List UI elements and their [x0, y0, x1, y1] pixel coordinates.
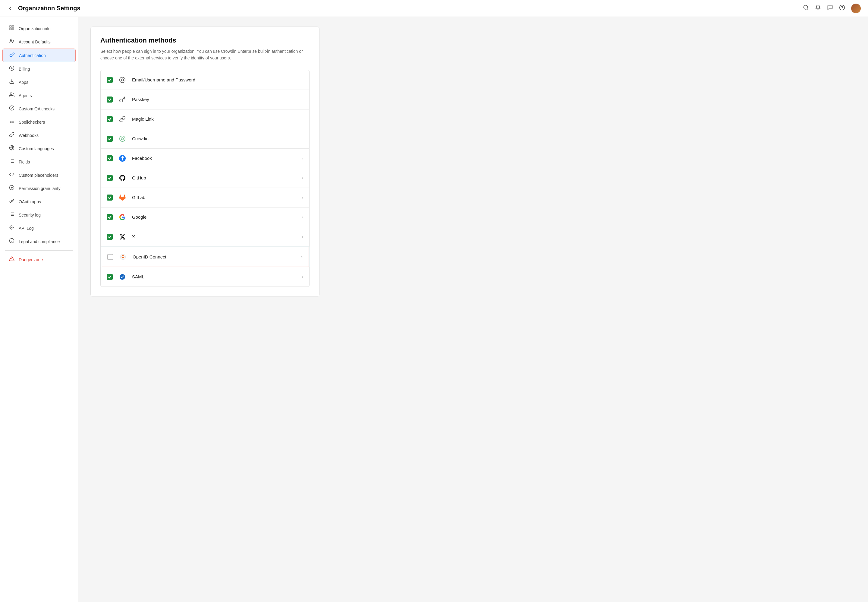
chevron-icon: ›	[301, 254, 303, 260]
svg-point-39	[121, 79, 123, 81]
sidebar-item-org-info[interactable]: Organization info	[2, 22, 76, 35]
svg-rect-7	[12, 28, 14, 30]
auth-checkbox-github[interactable]	[107, 175, 113, 181]
auth-checkbox-facebook[interactable]	[107, 155, 113, 161]
sidebar-item-label: Billing	[19, 67, 30, 72]
auth-checkbox-email-password[interactable]	[107, 77, 113, 83]
sidebar-item-custom-qa[interactable]: Custom QA checks	[2, 102, 76, 115]
google-icon	[118, 212, 127, 222]
auth-checkbox-gitlab[interactable]	[107, 195, 113, 201]
svg-point-26	[11, 200, 13, 202]
auth-row-crowdin[interactable]: Crowdin	[101, 129, 309, 149]
auth-method-name: GitHub	[132, 175, 297, 180]
sidebar-item-security-log[interactable]: Security log	[2, 209, 76, 221]
sidebar-item-label: Custom languages	[19, 146, 54, 151]
auth-checkbox-google[interactable]	[107, 214, 113, 220]
auth-methods-list: Email/Username and Password Passkey	[100, 70, 309, 287]
auth-row-google[interactable]: Google ›	[101, 207, 309, 227]
auth-method-name: Facebook	[132, 156, 297, 161]
auth-method-name: X	[132, 234, 297, 239]
sidebar-item-legal[interactable]: Legal and compliance	[2, 235, 76, 248]
webhooks-icon	[8, 132, 15, 139]
plus-circle-icon	[8, 185, 15, 192]
facebook-icon	[118, 154, 127, 163]
app-header: Organization Settings	[0, 0, 868, 17]
auth-row-email-password[interactable]: Email/Username and Password	[101, 70, 309, 90]
person-settings-icon	[8, 38, 15, 45]
sidebar-item-label: OAuth apps	[19, 200, 41, 204]
sidebar-item-oauth-apps[interactable]: OAuth apps	[2, 195, 76, 208]
openid-icon	[118, 252, 128, 262]
auth-checkbox-passkey[interactable]	[107, 97, 113, 103]
svg-rect-5	[12, 26, 14, 27]
auth-checkbox-openid[interactable]	[107, 254, 113, 260]
sidebar-item-permission-granularity[interactable]: Permission granularity	[2, 182, 76, 195]
auth-checkbox-crowdin[interactable]	[107, 136, 113, 142]
auth-row-github[interactable]: GitHub ›	[101, 168, 309, 188]
sidebar-item-label: Fields	[19, 160, 30, 164]
sidebar-item-billing[interactable]: Billing	[2, 63, 76, 75]
auth-row-passkey[interactable]: Passkey	[101, 90, 309, 109]
sidebar-item-authentication[interactable]: Authentication	[2, 49, 76, 62]
auth-checkbox-saml[interactable]	[107, 274, 113, 280]
auth-row-saml[interactable]: SAML ›	[101, 267, 309, 287]
page-title: Organization Settings	[18, 5, 803, 12]
code-icon	[8, 172, 15, 178]
card-description: Select how people can sign in to your or…	[100, 48, 309, 61]
auth-row-x[interactable]: X ›	[101, 227, 309, 247]
sidebar-item-label: Authentication	[19, 53, 46, 58]
header-actions	[803, 4, 861, 13]
auth-method-name: Email/Username and Password	[132, 77, 303, 82]
auth-method-name: GitLab	[132, 195, 297, 200]
chat-icon[interactable]	[827, 5, 833, 12]
chevron-icon: ›	[302, 215, 303, 220]
auth-row-magic-link[interactable]: Magic Link	[101, 109, 309, 129]
card-title: Authentication methods	[100, 37, 309, 45]
apps-icon	[8, 79, 15, 86]
search-icon[interactable]	[803, 5, 809, 12]
sidebar-item-label: Spellcheckers	[19, 120, 45, 124]
avatar[interactable]	[851, 4, 861, 13]
sidebar-item-danger-zone[interactable]: Danger zone	[2, 253, 76, 266]
key-icon	[9, 52, 15, 59]
sidebar-item-fields[interactable]: Fields	[2, 155, 76, 168]
github-icon	[118, 173, 127, 183]
warning-icon	[8, 256, 15, 263]
sidebar-item-label: Security log	[19, 213, 41, 218]
chevron-icon: ›	[302, 274, 303, 280]
svg-point-8	[10, 39, 12, 41]
sidebar-item-spellcheckers[interactable]: Spellcheckers	[2, 115, 76, 129]
globe-icon	[8, 145, 15, 152]
content-card: Authentication methods Select how people…	[90, 26, 320, 297]
chevron-icon: ›	[302, 234, 303, 240]
auth-checkbox-x[interactable]	[107, 234, 113, 240]
notifications-icon[interactable]	[815, 5, 821, 12]
chevron-icon: ›	[302, 175, 303, 181]
check-circle-icon	[8, 105, 15, 112]
gitlab-icon	[118, 193, 127, 203]
sidebar-item-account-defaults[interactable]: Account Defaults	[2, 35, 76, 48]
svg-rect-6	[10, 28, 11, 30]
auth-method-name: Google	[132, 215, 297, 220]
auth-row-facebook[interactable]: Facebook ›	[101, 149, 309, 168]
sidebar-item-label: Danger zone	[19, 257, 43, 262]
sidebar-item-webhooks[interactable]: Webhooks	[2, 129, 76, 142]
sidebar-item-apps[interactable]: Apps	[2, 76, 76, 89]
auth-method-name: Passkey	[132, 97, 303, 102]
crowdin-icon	[118, 134, 127, 144]
svg-line-1	[807, 9, 808, 10]
x-icon	[118, 232, 127, 241]
sidebar-item-label: Custom placeholders	[19, 173, 58, 178]
sidebar-item-agents[interactable]: Agents	[2, 89, 76, 102]
auth-checkbox-magic-link[interactable]	[107, 116, 113, 122]
sidebar-item-custom-placeholders[interactable]: Custom placeholders	[2, 169, 76, 181]
auth-row-gitlab[interactable]: GitLab ›	[101, 188, 309, 207]
main-content: Authentication methods Select how people…	[78, 17, 868, 602]
auth-row-openid[interactable]: OpenID Connect ›	[101, 247, 309, 267]
help-icon[interactable]	[839, 5, 845, 12]
back-button[interactable]	[7, 5, 13, 11]
sidebar-item-custom-languages[interactable]: Custom languages	[2, 142, 76, 155]
sidebar-item-api-log[interactable]: API Log	[2, 222, 76, 235]
billing-icon	[8, 66, 15, 72]
chevron-icon: ›	[302, 156, 303, 161]
